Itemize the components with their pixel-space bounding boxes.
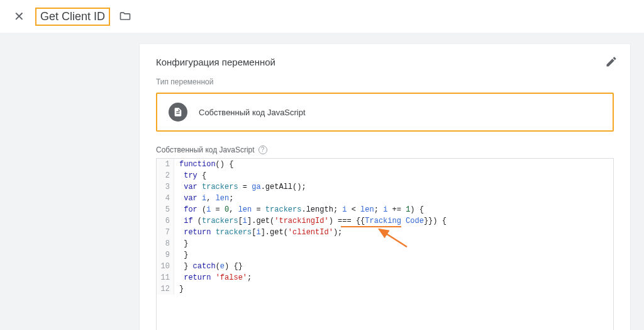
- code-content: return trackers[i].get('clientId');: [174, 227, 342, 238]
- variable-type-selector[interactable]: Собственный код JavaScript: [156, 93, 614, 132]
- code-line: 3 var trackers = ga.getAll();: [157, 181, 613, 193]
- edit-icon[interactable]: [605, 55, 618, 71]
- code-content: }: [174, 283, 184, 295]
- panel-title: Конфигурация переменной: [156, 57, 614, 67]
- document-icon: [169, 103, 187, 122]
- code-section-header: Собственный код JavaScript ?: [156, 145, 614, 154]
- code-content: function() {: [174, 159, 233, 170]
- code-line: 12}: [157, 283, 613, 295]
- code-line: 8 }: [157, 238, 613, 249]
- page-background: Конфигурация переменной Тип переменной С…: [0, 33, 644, 330]
- code-line: 4 var i, len;: [157, 193, 613, 204]
- code-line: 5 for (i = 0, len = trackers.length; i <…: [157, 204, 613, 215]
- code-content: }: [174, 249, 188, 261]
- code-line: 11 return 'false';: [157, 272, 613, 283]
- code-line: 2 try {: [157, 170, 613, 181]
- code-content: var i, len;: [174, 193, 233, 204]
- code-content: } catch(e) {}: [174, 261, 243, 272]
- help-icon[interactable]: ?: [258, 145, 267, 154]
- editor-header: ✕ Get Client ID: [0, 0, 644, 33]
- line-number: 8: [157, 238, 174, 249]
- line-number: 6: [157, 215, 174, 227]
- line-number: 9: [157, 249, 174, 261]
- line-number: 5: [157, 204, 174, 215]
- code-line: 7 return trackers[i].get('clientId');: [157, 227, 613, 238]
- variable-type-label: Тип переменной: [156, 77, 614, 86]
- line-number: 11: [157, 272, 174, 283]
- code-line: 6 if (trackers[i].get('trackingId') === …: [157, 215, 613, 227]
- code-content: for (i = 0, len = trackers.length; i < l…: [174, 204, 424, 215]
- line-number: 10: [157, 261, 174, 272]
- code-line: 10 } catch(e) {}: [157, 261, 613, 272]
- code-content: try {: [174, 170, 206, 181]
- code-section-label: Собственный код JavaScript: [156, 145, 255, 154]
- line-number: 2: [157, 170, 174, 181]
- variable-name-input[interactable]: Get Client ID: [35, 8, 110, 26]
- code-content: }: [174, 238, 188, 249]
- code-line: 1function() {: [157, 159, 613, 170]
- line-number: 12: [157, 283, 174, 295]
- code-content: var trackers = ga.getAll();: [174, 181, 306, 193]
- code-content: if (trackers[i].get('trackingId') === {{…: [174, 215, 447, 227]
- line-number: 1: [157, 159, 174, 170]
- line-number: 4: [157, 193, 174, 204]
- line-number: 7: [157, 227, 174, 238]
- annotation-underline: [341, 226, 401, 227]
- code-editor[interactable]: 1function() {2 try {3 var trackers = ga.…: [156, 158, 614, 330]
- code-line: 9 }: [157, 249, 613, 261]
- variable-type-name: Собственный код JavaScript: [199, 108, 306, 117]
- close-icon[interactable]: ✕: [11, 9, 26, 24]
- line-number: 3: [157, 181, 174, 193]
- folder-icon[interactable]: [119, 10, 131, 23]
- variable-config-panel: Конфигурация переменной Тип переменной С…: [140, 44, 630, 330]
- code-content: return 'false';: [174, 272, 252, 283]
